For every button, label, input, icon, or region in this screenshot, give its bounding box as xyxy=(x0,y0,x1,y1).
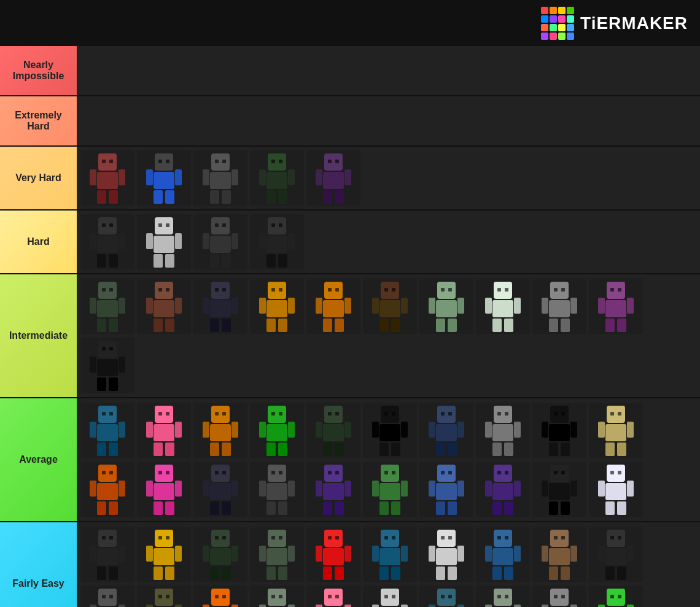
character-item[interactable] xyxy=(306,527,360,582)
svg-rect-513 xyxy=(485,605,492,608)
character-item[interactable] xyxy=(306,403,360,458)
character-item[interactable] xyxy=(250,150,304,206)
character-item[interactable] xyxy=(193,214,247,269)
character-item[interactable] xyxy=(419,279,473,334)
character-item[interactable] xyxy=(250,403,304,458)
svg-rect-440 xyxy=(561,566,570,580)
character-item[interactable] xyxy=(250,279,304,334)
character-item[interactable] xyxy=(589,403,643,458)
svg-rect-534 xyxy=(607,589,625,595)
character-item[interactable] xyxy=(476,403,530,458)
character-item[interactable] xyxy=(306,150,360,206)
character-item[interactable] xyxy=(589,462,643,517)
character-item[interactable] xyxy=(419,586,473,607)
character-item[interactable] xyxy=(193,527,247,582)
character-item[interactable] xyxy=(306,279,360,334)
character-item[interactable] xyxy=(476,279,530,334)
svg-rect-356 xyxy=(618,471,621,474)
svg-rect-16 xyxy=(154,190,163,204)
character-item[interactable] xyxy=(137,462,191,517)
svg-rect-25 xyxy=(210,190,219,204)
svg-rect-23 xyxy=(222,160,226,163)
character-item[interactable] xyxy=(193,462,247,517)
character-item[interactable] xyxy=(137,214,191,269)
character-item[interactable] xyxy=(589,527,643,582)
character-item[interactable] xyxy=(363,462,417,517)
character-item[interactable] xyxy=(532,462,586,517)
svg-rect-229 xyxy=(384,412,388,416)
svg-rect-44 xyxy=(335,190,344,204)
character-item[interactable] xyxy=(419,462,473,517)
character-item[interactable] xyxy=(193,150,247,206)
svg-rect-266 xyxy=(618,412,621,416)
svg-rect-298 xyxy=(288,481,295,497)
character-item[interactable] xyxy=(589,586,643,607)
svg-rect-490 xyxy=(328,595,332,598)
character-item[interactable] xyxy=(137,279,191,334)
character-item[interactable] xyxy=(476,586,530,607)
character-item[interactable] xyxy=(80,586,134,607)
character-item[interactable] xyxy=(80,527,134,582)
svg-rect-331 xyxy=(436,501,445,515)
character-item[interactable] xyxy=(476,527,530,582)
svg-rect-267 xyxy=(605,424,626,441)
character-item[interactable] xyxy=(419,403,473,458)
tier-content-average xyxy=(77,398,700,521)
character-item[interactable] xyxy=(193,403,247,458)
svg-rect-338 xyxy=(505,471,508,474)
character-item[interactable] xyxy=(476,462,530,517)
svg-rect-168 xyxy=(605,300,626,317)
character-item[interactable] xyxy=(193,279,247,334)
character-item[interactable] xyxy=(137,403,191,458)
character-item[interactable] xyxy=(137,527,191,582)
character-item[interactable] xyxy=(80,150,134,206)
character-item[interactable] xyxy=(250,462,304,517)
character-item[interactable] xyxy=(363,527,417,582)
character-item[interactable] xyxy=(419,527,473,582)
character-item[interactable] xyxy=(80,214,134,269)
tier-list: TiERMAKER Nearly ImpossibleExtremely Har… xyxy=(0,0,700,607)
logo-cell xyxy=(558,33,566,40)
svg-rect-288 xyxy=(203,481,209,497)
svg-rect-248 xyxy=(505,412,508,416)
svg-rect-318 xyxy=(381,465,399,471)
svg-rect-75 xyxy=(268,217,286,223)
character-item[interactable] xyxy=(363,586,417,607)
svg-rect-258 xyxy=(549,424,570,441)
svg-rect-45 xyxy=(90,233,96,249)
svg-rect-418 xyxy=(441,536,445,539)
logo-cell xyxy=(567,7,574,14)
svg-rect-175 xyxy=(102,347,106,350)
character-item[interactable] xyxy=(532,586,586,607)
character-item[interactable] xyxy=(250,214,304,269)
svg-rect-30 xyxy=(268,153,286,160)
character-item[interactable] xyxy=(80,403,134,458)
character-item[interactable] xyxy=(137,586,191,607)
svg-rect-369 xyxy=(146,546,153,562)
character-item[interactable] xyxy=(250,586,304,607)
character-item[interactable] xyxy=(306,462,360,517)
character-item[interactable] xyxy=(363,279,417,334)
svg-rect-35 xyxy=(278,190,287,204)
tier-label-average: Average xyxy=(0,398,77,521)
svg-rect-433 xyxy=(570,546,577,562)
character-item[interactable] xyxy=(532,403,586,458)
logo-cell xyxy=(550,33,557,40)
character-item[interactable] xyxy=(80,279,134,334)
svg-rect-401 xyxy=(335,536,339,539)
character-item[interactable] xyxy=(532,279,586,334)
character-item[interactable] xyxy=(80,338,134,393)
svg-rect-390 xyxy=(268,530,286,536)
svg-rect-271 xyxy=(119,481,125,497)
character-item[interactable] xyxy=(250,527,304,582)
character-item[interactable] xyxy=(532,527,586,582)
character-item[interactable] xyxy=(306,586,360,607)
character-item[interactable] xyxy=(193,586,247,607)
character-item[interactable] xyxy=(80,462,134,517)
character-item[interactable] xyxy=(363,403,417,458)
svg-rect-165 xyxy=(607,282,625,288)
character-item[interactable] xyxy=(589,279,643,334)
svg-rect-260 xyxy=(561,443,570,456)
svg-rect-364 xyxy=(102,536,106,539)
character-item[interactable] xyxy=(137,150,191,206)
